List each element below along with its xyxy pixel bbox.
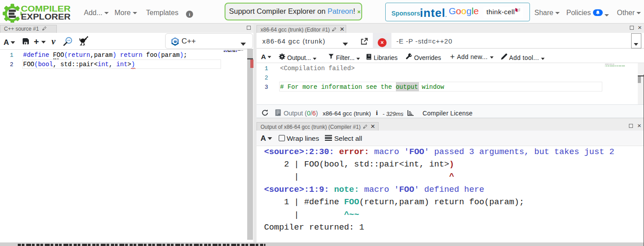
svg-text:EXPLORER: EXPLORER	[21, 12, 71, 21]
